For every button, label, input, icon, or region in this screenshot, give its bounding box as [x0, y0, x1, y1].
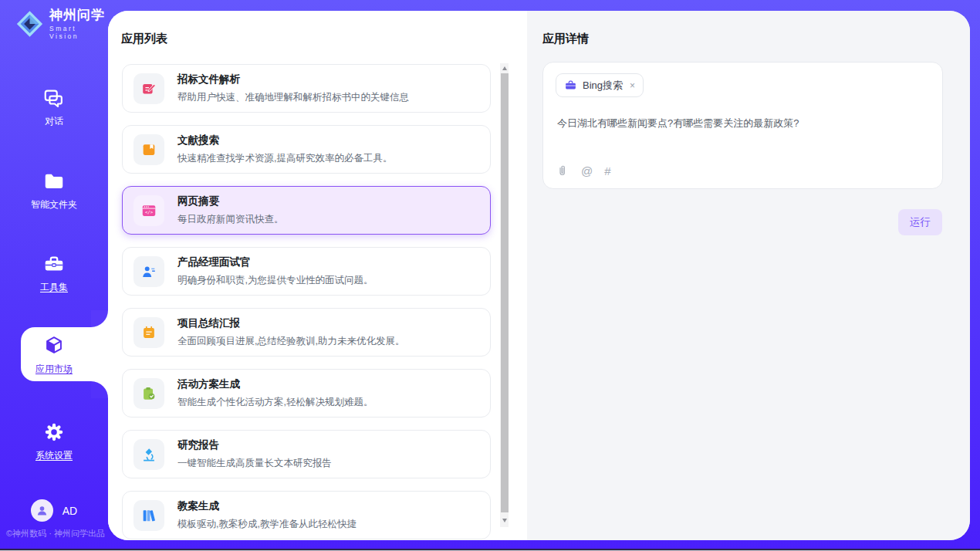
brand-diamond-icon: [15, 9, 44, 39]
app-card-title: 活动方案生成: [177, 377, 373, 391]
scrollbar-up-button[interactable]: [500, 63, 509, 73]
app-card-desc: 明确身份和职责,为您提供专业性的面试问题。: [177, 274, 373, 287]
brand-name: 神州问学: [49, 8, 108, 23]
books-icon: [140, 507, 157, 524]
pill-concave-corner-bottom: [91, 381, 108, 398]
main-panel: 应用列表 招标文件解析 帮助用户快速、准确地理解和解析招标书中的关键信息: [108, 11, 970, 540]
run-button[interactable]: 运行: [898, 209, 942, 235]
hash-icon[interactable]: #: [604, 164, 610, 177]
app-icon-tile: [133, 500, 164, 531]
app-card-title: 招标文件解析: [177, 73, 409, 86]
list-scrollbar[interactable]: [500, 63, 509, 527]
sidebar-item-label: 智能文件夹: [31, 198, 77, 211]
app-icon-tile: </>: [133, 195, 164, 226]
app-card-desc: 全面回顾项目进展,总结经验教训,助力未来优化发展。: [177, 335, 404, 348]
app-card-desc: 快速精准查找学术资源,提高研究效率的必备工具。: [177, 152, 392, 165]
app-list-title: 应用列表: [121, 32, 167, 46]
sidebar-item-label: 对话: [45, 115, 63, 128]
user-account[interactable]: AD: [0, 499, 108, 522]
app-icon-tile: [133, 317, 164, 348]
chip-close-icon[interactable]: ×: [630, 80, 635, 91]
sidebar-item-chat[interactable]: 对话: [0, 86, 108, 128]
app-card-web-summary[interactable]: </> 网页摘要 每日政府新闻资讯快查。: [122, 186, 491, 235]
scrollbar-down-button[interactable]: [500, 516, 509, 525]
at-sign-icon[interactable]: @: [581, 164, 593, 177]
scroll-up-icon: [502, 66, 507, 70]
sidebar-item-app-market[interactable]: 应用市场: [0, 334, 108, 376]
tool-chip-bing-search[interactable]: Bing搜索 ×: [556, 73, 644, 97]
scrollbar-thumb[interactable]: [501, 73, 509, 512]
sidebar-item-label: 应用市场: [35, 363, 73, 376]
app-card-desc: 模板驱动,教案秒成,教学准备从此轻松快捷: [177, 518, 357, 531]
query-text[interactable]: 今日湖北有哪些新闻要点?有哪些需要关注的最新政策?: [557, 117, 928, 130]
sidebar-item-label: 系统设置: [35, 449, 73, 462]
sidebar-item-smart-folder[interactable]: 智能文件夹: [0, 170, 108, 211]
browser-code-icon: </>: [140, 202, 157, 219]
sidebar-item-settings[interactable]: 系统设置: [0, 421, 108, 462]
app-icon-tile: [133, 256, 164, 287]
app-list-panel: 应用列表 招标文件解析 帮助用户快速、准确地理解和解析招标书中的关键信息: [108, 11, 527, 540]
user-initials: AD: [63, 505, 77, 517]
app-icon-tile: [133, 134, 164, 165]
app-card-title: 文献搜索: [177, 134, 392, 147]
app-card-literature-search[interactable]: 文献搜索 快速精准查找学术资源,提高研究效率的必备工具。: [122, 125, 491, 174]
pill-concave-corner-top: [91, 310, 108, 327]
sidebar-item-label: 工具集: [40, 281, 68, 294]
app-card-project-summary[interactable]: 项目总结汇报 全面回顾项目进展,总结经验教训,助力未来优化发展。: [122, 308, 491, 357]
svg-text:</>: </>: [145, 210, 154, 215]
cube-icon: [42, 334, 66, 357]
app-detail-panel: 应用详情 Bing搜索 × 今日湖北有哪些新闻要点?有哪些需要关注的最新政策?: [527, 11, 970, 540]
sidebar: 神州问学 Smart Vision 对话 智能文件夹 工具: [0, 0, 108, 551]
tool-chip-label: Bing搜索: [583, 79, 623, 93]
app-card-event-plan[interactable]: 活动方案生成 智能生成个性化活动方案,轻松解决规划难题。: [122, 369, 491, 417]
toolbox-icon: [42, 252, 66, 276]
interviewer-icon: [140, 263, 157, 280]
app-card-title: 研究报告: [177, 438, 332, 452]
gear-icon: [42, 421, 66, 444]
app-card-bid-document-analysis[interactable]: 招标文件解析 帮助用户快速、准确地理解和解析招标书中的关键信息: [122, 64, 491, 113]
app-card-title: 产品经理面试官: [177, 255, 373, 269]
book-icon: [140, 141, 157, 158]
chat-icon: [42, 86, 66, 110]
app-icon-tile: [133, 439, 164, 470]
brand-logo: 神州问学 Smart Vision: [15, 8, 108, 40]
app-card-desc: 帮助用户快速、准确地理解和解析招标书中的关键信息: [177, 91, 409, 104]
app-card-research-report[interactable]: 研究报告 一键智能生成高质量长文本研究报告: [122, 430, 491, 478]
avatar: [31, 499, 53, 522]
person-icon: [35, 504, 49, 517]
run-row: 运行: [898, 209, 942, 235]
app-detail-title: 应用详情: [542, 32, 589, 46]
clipboard-check-icon: [140, 385, 157, 402]
app-card-desc: 每日政府新闻资讯快查。: [177, 213, 284, 226]
app-icon-tile: [133, 73, 164, 104]
scroll-down-icon: [502, 519, 507, 522]
microscope-icon: [140, 446, 157, 463]
app-card-desc: 一键智能生成高质量长文本研究报告: [177, 457, 332, 470]
app-card-title: 网页摘要: [177, 194, 284, 208]
folder-icon: [42, 170, 66, 193]
paperclip-icon[interactable]: [556, 164, 569, 177]
briefcase-icon: [564, 79, 577, 92]
app-card-title: 项目总结汇报: [177, 316, 404, 330]
app-icon-tile: [133, 378, 164, 409]
document-edit-icon: [140, 80, 157, 97]
brand-subtitle: Smart Vision: [49, 25, 108, 40]
prompt-input-card[interactable]: Bing搜索 × 今日湖北有哪些新闻要点?有哪些需要关注的最新政策? @ #: [542, 62, 943, 189]
app-window: 神州问学 Smart Vision 对话 智能文件夹 工具: [0, 0, 980, 551]
app-card-title: 教案生成: [177, 499, 357, 513]
input-toolbar: @ #: [556, 164, 611, 177]
notepad-icon: [140, 324, 157, 341]
sidebar-item-toolbox[interactable]: 工具集: [0, 252, 108, 294]
app-card-list: 招标文件解析 帮助用户快速、准确地理解和解析招标书中的关键信息 文献搜索 快速精…: [122, 64, 491, 540]
app-card-desc: 智能生成个性化活动方案,轻松解决规划难题。: [177, 396, 373, 409]
app-card-lesson-plan[interactable]: 教案生成 模板驱动,教案秒成,教学准备从此轻松快捷: [122, 491, 491, 539]
copyright-footer: ©神州数码 · 神州问学出品: [6, 528, 108, 539]
app-card-pm-interviewer[interactable]: 产品经理面试官 明确身份和职责,为您提供专业性的面试问题。: [122, 247, 491, 296]
